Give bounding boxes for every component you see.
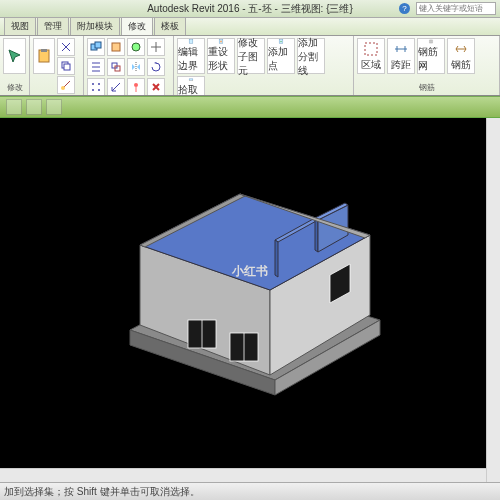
add-point-tool[interactable]: 添加点 (267, 38, 295, 74)
svg-point-11 (92, 83, 94, 85)
panel-label: 修改 (3, 81, 26, 93)
ribbon-tabs: 视图 管理 附加模块 修改 楼板 (0, 18, 500, 36)
mirror-tool[interactable] (127, 58, 145, 76)
title-bar: ? Autodesk Revit 2016 - 五-坯 - 三维视图: {三维} (0, 0, 500, 18)
panel-rebar: 区域 跨距 钢筋网 钢筋 钢筋 (354, 36, 500, 95)
horizontal-scrollbar[interactable] (0, 468, 486, 482)
svg-rect-6 (95, 42, 101, 48)
panel-label: 钢筋 (357, 81, 496, 93)
option-btn-1[interactable] (6, 99, 22, 115)
array-tool[interactable] (87, 78, 105, 96)
svg-rect-1 (41, 49, 47, 52)
tab-addins[interactable]: 附加模块 (70, 17, 120, 35)
svg-rect-7 (112, 43, 120, 51)
svg-point-21 (280, 41, 281, 42)
search-input[interactable] (416, 2, 496, 15)
match-tool[interactable] (57, 76, 75, 94)
edit-boundary-tool[interactable]: 编辑边界 (177, 38, 205, 74)
select-tool[interactable] (3, 38, 26, 74)
scale-tool[interactable] (107, 78, 125, 96)
svg-rect-16 (189, 40, 193, 44)
offset-tool[interactable] (107, 58, 125, 76)
delete-tool[interactable] (147, 78, 165, 96)
3d-viewport[interactable]: 小红书 (0, 118, 500, 482)
ribbon: 修改 视图 模式 编辑 (0, 36, 500, 96)
panel-shape-edit: 编辑边界 重设形状 修改子图元 添加点 添加分割线 拾取支座 形状编辑 (174, 36, 354, 95)
align-tool[interactable] (87, 58, 105, 76)
svg-rect-3 (64, 64, 70, 70)
tab-view[interactable]: 视图 (4, 17, 36, 35)
pick-support-tool[interactable]: 拾取支座 (177, 76, 205, 96)
rebar-mesh-tool[interactable]: 钢筋网 (417, 38, 445, 74)
svg-point-14 (98, 89, 100, 91)
tab-floor[interactable]: 楼板 (154, 17, 186, 35)
reset-shape-tool[interactable]: 重设形状 (207, 38, 235, 74)
span-tool[interactable]: 跨距 (387, 38, 415, 74)
pin-tool[interactable] (127, 78, 145, 96)
options-bar (0, 96, 500, 118)
svg-marker-37 (275, 240, 278, 277)
building-model (100, 180, 400, 420)
svg-point-8 (132, 43, 140, 51)
svg-point-13 (92, 89, 94, 91)
panel-geometry: 模式 (84, 36, 174, 95)
svg-point-12 (98, 83, 100, 85)
copy-tool[interactable] (57, 57, 75, 75)
tab-manage[interactable]: 管理 (37, 17, 69, 35)
cutgeom-tool[interactable] (107, 38, 125, 56)
paste-tool[interactable] (33, 38, 55, 74)
rebar-tool[interactable]: 钢筋 (447, 38, 475, 74)
svg-rect-24 (365, 43, 377, 55)
svg-point-18 (220, 41, 222, 43)
status-text: 加到选择集；按 Shift 键并单击可取消选择。 (4, 485, 200, 499)
watermark: 小红书 (232, 262, 268, 279)
panel-modify: 修改 (0, 36, 30, 95)
region-tool[interactable]: 区域 (357, 38, 385, 74)
svg-point-4 (61, 86, 65, 90)
svg-point-15 (134, 83, 138, 87)
vertical-scrollbar[interactable] (486, 118, 500, 482)
option-btn-2[interactable] (26, 99, 42, 115)
add-split-tool[interactable]: 添加分割线 (297, 38, 325, 74)
modify-sub-tool[interactable]: 修改子图元 (237, 38, 265, 74)
svg-rect-23 (189, 79, 193, 80)
cut-tool[interactable] (57, 38, 75, 56)
split-tool[interactable] (127, 38, 145, 56)
join-tool[interactable] (87, 38, 105, 56)
option-btn-3[interactable] (46, 99, 62, 115)
rotate-tool[interactable] (147, 58, 165, 76)
trim-tool[interactable] (147, 38, 165, 56)
status-bar: 加到选择集；按 Shift 键并单击可取消选择。 (0, 482, 500, 500)
app-title: Autodesk Revit 2016 - 五-坯 - 三维视图: {三维} (147, 2, 353, 16)
panel-clipboard: 视图 (30, 36, 84, 95)
help-icon[interactable]: ? (399, 3, 410, 14)
tab-modify[interactable]: 修改 (121, 17, 153, 35)
